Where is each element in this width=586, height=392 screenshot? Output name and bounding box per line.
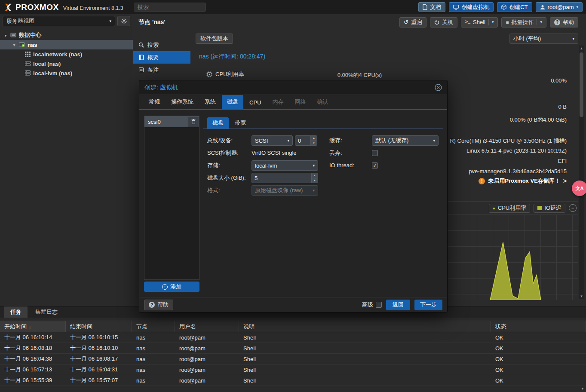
- column-label: 开始时间: [4, 323, 27, 331]
- chevron-down-icon[interactable]: ▾: [540, 20, 542, 24]
- next-button[interactable]: 下一步: [414, 300, 442, 310]
- tree-expand-icon[interactable]: ▾: [3, 33, 8, 38]
- storage-select[interactable]: local-lvm ▾: [252, 160, 318, 171]
- dialog-help-button[interactable]: ? 帮助: [144, 300, 173, 310]
- global-search-input[interactable]: [134, 3, 206, 12]
- scroll-down-arrow[interactable]: ▼: [579, 294, 584, 299]
- shutdown-button[interactable]: 关机: [430, 17, 457, 28]
- repository-warning[interactable]: ! 未启用Proxmox VE存储库！ >: [479, 177, 567, 185]
- translate-icon: 文A: [576, 185, 584, 192]
- time-range-select[interactable]: 小时 (平均) ▾: [509, 34, 578, 44]
- user-icon: [540, 5, 545, 10]
- storage-icon: [25, 61, 31, 66]
- resource-sidebar: 服务器视图 ▾ ▾ 数据中心 ▾ nas: [0, 14, 133, 306]
- add-disk-button[interactable]: + 添加: [144, 282, 199, 292]
- tree-expand-icon[interactable]: ▾: [12, 43, 16, 47]
- scroll-down-arrow[interactable]: ▼: [581, 387, 584, 391]
- iothread-checkbox[interactable]: ✓: [372, 162, 378, 168]
- tab-general[interactable]: 常规: [144, 95, 165, 109]
- bulk-actions-button[interactable]: ≡ 批量操作 ▾: [501, 17, 546, 28]
- subtab-bandwidth[interactable]: 带宽: [230, 117, 251, 129]
- translate-fab-button[interactable]: 文A: [572, 181, 586, 196]
- disk-size-stepper[interactable]: ▲▼: [252, 173, 318, 183]
- bus-index-stepper[interactable]: ▲▼: [295, 135, 317, 146]
- legend-cpu-usage[interactable]: ● CPU利用率: [489, 204, 531, 213]
- tab-system[interactable]: 系统: [199, 95, 221, 109]
- tab-cluster-log[interactable]: 集群日志: [29, 306, 64, 318]
- back-button[interactable]: 返回: [386, 300, 410, 310]
- scrollbar-thumb[interactable]: [580, 52, 583, 117]
- table-row[interactable]: 十一月 06 16:08:18 十一月 06 16:10:10 nas root…: [0, 343, 586, 354]
- legend-cpu-label: CPU利用率: [498, 204, 526, 212]
- shell-button[interactable]: >_ Shell ▾: [461, 17, 498, 28]
- documentation-button[interactable]: 文档: [418, 2, 445, 12]
- disk-size-input[interactable]: [252, 173, 311, 183]
- cache-select[interactable]: 默认 (无缓存) ▾: [372, 135, 439, 146]
- scroll-up-arrow[interactable]: ▲: [579, 46, 584, 51]
- close-icon[interactable]: [435, 84, 442, 91]
- cell-start-time: 十一月 06 16:08:18: [0, 343, 66, 353]
- disk-list-item-scsi0[interactable]: scsi0: [144, 116, 199, 127]
- stepper-buttons[interactable]: ▲▼: [310, 136, 317, 145]
- column-header-status[interactable]: 状态: [491, 321, 586, 332]
- delete-disk-button[interactable]: [188, 116, 199, 127]
- tree-item-label: nas: [28, 42, 37, 48]
- table-row[interactable]: 十一月 06 16:04:38 十一月 06 16:08:17 nas root…: [0, 354, 586, 364]
- bus-select-value: SCSI: [255, 138, 268, 144]
- help-button[interactable]: ? 帮助: [550, 17, 578, 28]
- restart-button[interactable]: ↺ 重启: [399, 17, 426, 28]
- menu-item-search[interactable]: 搜索: [133, 39, 190, 51]
- view-selector[interactable]: 服务器视图 ▾: [3, 16, 115, 26]
- tree-item-local[interactable]: local (nas): [0, 59, 133, 68]
- tree-item-localnetwork[interactable]: localnetwork (nas): [0, 49, 133, 59]
- node-menu: 搜索 概要 备注: [133, 39, 190, 76]
- bus-index-input[interactable]: [295, 136, 310, 145]
- column-header-end-time[interactable]: 结束时间: [66, 321, 132, 332]
- tab-os[interactable]: 操作系统: [166, 95, 199, 109]
- legend-io-delay[interactable]: IO延迟: [534, 204, 565, 213]
- gear-button[interactable]: [117, 16, 130, 26]
- tab-disks[interactable]: 磁盘: [222, 95, 243, 109]
- storage-icon: [25, 70, 31, 76]
- stepper-up-icon[interactable]: ▲: [311, 136, 317, 141]
- create-vm-button[interactable]: 创建虚拟机: [449, 2, 494, 12]
- cell-node: nas: [132, 332, 175, 343]
- tree-item-datacenter[interactable]: ▾ 数据中心: [0, 31, 133, 40]
- subtab-disk[interactable]: 磁盘: [207, 117, 229, 129]
- cell-username: root@pam: [175, 332, 239, 343]
- cell-description: Shell: [239, 375, 491, 386]
- stepper-up-icon[interactable]: ▲: [312, 173, 318, 178]
- package-versions-button[interactable]: 软件包版本: [196, 34, 233, 44]
- table-row[interactable]: 十一月 06 15:57:13 十一月 06 16:04:31 nas root…: [0, 364, 586, 375]
- column-header-node[interactable]: 节点: [132, 321, 175, 332]
- advanced-checkbox[interactable]: [376, 302, 382, 308]
- menu-item-label: 备注: [147, 66, 159, 74]
- tab-cpu[interactable]: CPU: [244, 96, 266, 109]
- disk-subtabs: 磁盘 带宽: [203, 117, 443, 129]
- cell-end-time: 十一月 06 16:10:10: [66, 343, 132, 353]
- create-ct-button[interactable]: 创建CT: [497, 2, 532, 12]
- menu-item-notes[interactable]: 备注: [133, 64, 190, 76]
- stepper-buttons[interactable]: ▲▼: [311, 173, 318, 183]
- restart-icon: ↺: [404, 19, 408, 25]
- datacenter-icon: [10, 33, 16, 38]
- discard-checkbox[interactable]: [372, 150, 378, 156]
- bus-select[interactable]: SCSI ▾: [252, 135, 293, 146]
- table-row[interactable]: 十一月 06 15:55:39 十一月 06 15:57:07 nas root…: [0, 375, 586, 386]
- column-header-start-time[interactable]: 开始时间 ↓: [0, 321, 66, 332]
- table-row[interactable]: 十一月 06 16:10:14 十一月 06 16:10:15 nas root…: [0, 332, 586, 343]
- column-header-description[interactable]: 说明: [239, 321, 491, 332]
- sidebar-toolbar: 服务器视图 ▾: [0, 14, 133, 28]
- bulk-actions-label: 批量操作: [511, 18, 534, 26]
- tab-tasks[interactable]: 任务: [4, 306, 28, 318]
- collapse-panel-button[interactable]: −: [569, 204, 577, 212]
- chevron-down-icon[interactable]: ▾: [492, 20, 494, 24]
- stepper-down-icon[interactable]: ▼: [311, 141, 317, 146]
- user-menu-button[interactable]: root@pam ▾: [536, 2, 583, 12]
- stepper-down-icon[interactable]: ▼: [312, 178, 318, 183]
- menu-item-summary[interactable]: 概要: [133, 51, 190, 64]
- content-scrollbar[interactable]: ▲ ▼: [579, 46, 584, 299]
- column-header-username[interactable]: 用户名: [175, 321, 239, 332]
- tree-item-local-lvm[interactable]: local-lvm (nas): [0, 68, 133, 78]
- tree-item-nas[interactable]: ▾ nas: [0, 40, 133, 49]
